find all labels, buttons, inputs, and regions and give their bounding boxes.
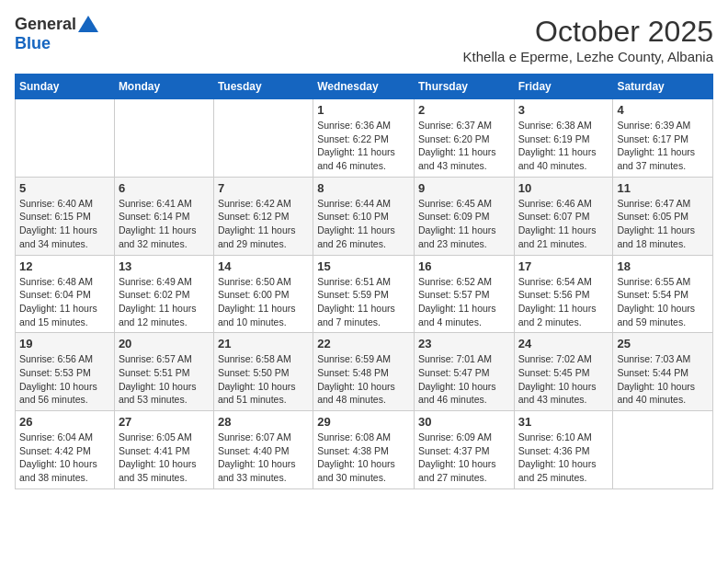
day-number: 3 [518, 103, 609, 117]
day-info: Sunrise: 6:36 AM Sunset: 6:22 PM Dayligh… [317, 119, 410, 173]
day-info: Sunrise: 6:58 AM Sunset: 5:50 PM Dayligh… [218, 352, 309, 407]
weekday-header: Sunday [16, 75, 115, 99]
calendar-cell: 12Sunrise: 6:48 AM Sunset: 6:04 PM Dayli… [16, 255, 115, 333]
calendar-week-row: 12Sunrise: 6:48 AM Sunset: 6:04 PM Dayli… [16, 255, 713, 333]
month-title: October 2025 [463, 15, 713, 49]
day-number: 22 [317, 337, 410, 350]
calendar-table: SundayMondayTuesdayWednesdayThursdayFrid… [15, 74, 713, 489]
calendar-cell: 27Sunrise: 6:05 AM Sunset: 4:41 PM Dayli… [114, 411, 213, 489]
day-info: Sunrise: 6:44 AM Sunset: 6:10 PM Dayligh… [317, 197, 410, 251]
calendar-cell: 13Sunrise: 6:49 AM Sunset: 6:02 PM Dayli… [114, 255, 213, 333]
day-info: Sunrise: 6:42 AM Sunset: 6:12 PM Dayligh… [218, 197, 309, 251]
day-info: Sunrise: 6:47 AM Sunset: 6:05 PM Dayligh… [617, 197, 709, 251]
calendar-week-row: 26Sunrise: 6:04 AM Sunset: 4:42 PM Dayli… [16, 411, 713, 489]
day-info: Sunrise: 6:37 AM Sunset: 6:20 PM Dayligh… [418, 119, 510, 173]
day-info: Sunrise: 6:46 AM Sunset: 6:07 PM Dayligh… [518, 197, 609, 251]
calendar-cell: 1Sunrise: 6:36 AM Sunset: 6:22 PM Daylig… [313, 99, 415, 178]
day-number: 26 [19, 415, 110, 429]
calendar-cell: 26Sunrise: 6:04 AM Sunset: 4:42 PM Dayli… [16, 411, 115, 489]
day-number: 11 [617, 181, 709, 195]
calendar-cell: 28Sunrise: 6:07 AM Sunset: 4:40 PM Dayli… [213, 411, 313, 489]
day-info: Sunrise: 6:55 AM Sunset: 5:54 PM Dayligh… [617, 275, 709, 329]
day-number: 17 [518, 259, 609, 273]
day-number: 2 [418, 103, 510, 117]
day-number: 1 [317, 103, 410, 117]
calendar-cell: 23Sunrise: 7:01 AM Sunset: 5:47 PM Dayli… [414, 333, 514, 411]
calendar-cell: 17Sunrise: 6:54 AM Sunset: 5:56 PM Dayli… [514, 255, 613, 333]
day-number: 14 [218, 259, 309, 273]
day-info: Sunrise: 6:05 AM Sunset: 4:41 PM Dayligh… [119, 431, 210, 485]
calendar-cell: 25Sunrise: 7:03 AM Sunset: 5:44 PM Dayli… [613, 333, 713, 411]
calendar-cell: 2Sunrise: 6:37 AM Sunset: 6:20 PM Daylig… [414, 99, 514, 178]
day-info: Sunrise: 6:52 AM Sunset: 5:57 PM Dayligh… [418, 275, 510, 329]
day-number: 23 [418, 337, 510, 350]
day-number: 24 [518, 337, 609, 350]
calendar-week-row: 1Sunrise: 6:36 AM Sunset: 6:22 PM Daylig… [16, 99, 713, 178]
day-number: 29 [317, 415, 410, 429]
calendar-cell: 6Sunrise: 6:41 AM Sunset: 6:14 PM Daylig… [114, 177, 213, 255]
svg-marker-0 [78, 16, 98, 32]
weekday-header: Friday [514, 75, 613, 99]
calendar-cell: 4Sunrise: 6:39 AM Sunset: 6:17 PM Daylig… [613, 99, 713, 178]
day-info: Sunrise: 7:03 AM Sunset: 5:44 PM Dayligh… [617, 352, 709, 407]
day-number: 10 [518, 181, 609, 195]
day-info: Sunrise: 6:08 AM Sunset: 4:38 PM Dayligh… [317, 431, 410, 485]
day-info: Sunrise: 6:07 AM Sunset: 4:40 PM Dayligh… [218, 431, 309, 485]
title-area: October 2025 Kthella e Eperme, Lezhe Cou… [463, 15, 713, 64]
day-info: Sunrise: 6:10 AM Sunset: 4:36 PM Dayligh… [518, 431, 609, 485]
day-number: 4 [617, 103, 709, 117]
day-number: 6 [119, 181, 210, 195]
calendar-cell: 15Sunrise: 6:51 AM Sunset: 5:59 PM Dayli… [313, 255, 415, 333]
day-number: 28 [218, 415, 309, 429]
day-number: 5 [19, 181, 110, 195]
calendar-cell: 29Sunrise: 6:08 AM Sunset: 4:38 PM Dayli… [313, 411, 415, 489]
day-number: 25 [617, 337, 709, 350]
location: Kthella e Eperme, Lezhe County, Albania [463, 49, 713, 64]
calendar-cell: 9Sunrise: 6:45 AM Sunset: 6:09 PM Daylig… [414, 177, 514, 255]
weekday-header-row: SundayMondayTuesdayWednesdayThursdayFrid… [16, 75, 713, 99]
calendar-cell [16, 99, 115, 178]
logo-blue-text: Blue [15, 34, 51, 52]
day-info: Sunrise: 6:51 AM Sunset: 5:59 PM Dayligh… [317, 275, 410, 329]
day-info: Sunrise: 7:01 AM Sunset: 5:47 PM Dayligh… [418, 352, 510, 407]
calendar-week-row: 5Sunrise: 6:40 AM Sunset: 6:15 PM Daylig… [16, 177, 713, 255]
day-info: Sunrise: 6:59 AM Sunset: 5:48 PM Dayligh… [317, 352, 410, 407]
weekday-header: Wednesday [313, 75, 415, 99]
calendar-cell: 24Sunrise: 7:02 AM Sunset: 5:45 PM Dayli… [514, 333, 613, 411]
day-info: Sunrise: 6:54 AM Sunset: 5:56 PM Dayligh… [518, 275, 609, 329]
calendar-cell: 11Sunrise: 6:47 AM Sunset: 6:05 PM Dayli… [613, 177, 713, 255]
calendar-cell: 3Sunrise: 6:38 AM Sunset: 6:19 PM Daylig… [514, 99, 613, 178]
calendar-cell: 22Sunrise: 6:59 AM Sunset: 5:48 PM Dayli… [313, 333, 415, 411]
calendar-cell: 8Sunrise: 6:44 AM Sunset: 6:10 PM Daylig… [313, 177, 415, 255]
day-number: 21 [218, 337, 309, 350]
weekday-header: Monday [114, 75, 213, 99]
weekday-header: Tuesday [213, 75, 313, 99]
day-number: 13 [119, 259, 210, 273]
day-number: 15 [317, 259, 410, 273]
day-number: 7 [218, 181, 309, 195]
calendar-cell: 14Sunrise: 6:50 AM Sunset: 6:00 PM Dayli… [213, 255, 313, 333]
calendar-cell: 21Sunrise: 6:58 AM Sunset: 5:50 PM Dayli… [213, 333, 313, 411]
day-number: 31 [518, 415, 609, 429]
day-info: Sunrise: 6:45 AM Sunset: 6:09 PM Dayligh… [418, 197, 510, 251]
weekday-header: Thursday [414, 75, 514, 99]
calendar-cell [114, 99, 213, 178]
calendar-cell: 7Sunrise: 6:42 AM Sunset: 6:12 PM Daylig… [213, 177, 313, 255]
day-info: Sunrise: 6:49 AM Sunset: 6:02 PM Dayligh… [119, 275, 210, 329]
calendar-cell: 16Sunrise: 6:52 AM Sunset: 5:57 PM Dayli… [414, 255, 514, 333]
logo: General Blue [15, 15, 98, 53]
day-number: 9 [418, 181, 510, 195]
calendar-cell [613, 411, 713, 489]
day-info: Sunrise: 6:41 AM Sunset: 6:14 PM Dayligh… [119, 197, 210, 251]
day-number: 19 [19, 337, 110, 350]
day-number: 12 [19, 259, 110, 273]
calendar-cell: 18Sunrise: 6:55 AM Sunset: 5:54 PM Dayli… [613, 255, 713, 333]
day-number: 8 [317, 181, 410, 195]
calendar-cell: 19Sunrise: 6:56 AM Sunset: 5:53 PM Dayli… [16, 333, 115, 411]
day-number: 20 [119, 337, 210, 350]
calendar-cell: 31Sunrise: 6:10 AM Sunset: 4:36 PM Dayli… [514, 411, 613, 489]
day-number: 18 [617, 259, 709, 273]
logo-icon [78, 16, 98, 32]
day-info: Sunrise: 6:40 AM Sunset: 6:15 PM Dayligh… [19, 197, 110, 251]
day-number: 16 [418, 259, 510, 273]
